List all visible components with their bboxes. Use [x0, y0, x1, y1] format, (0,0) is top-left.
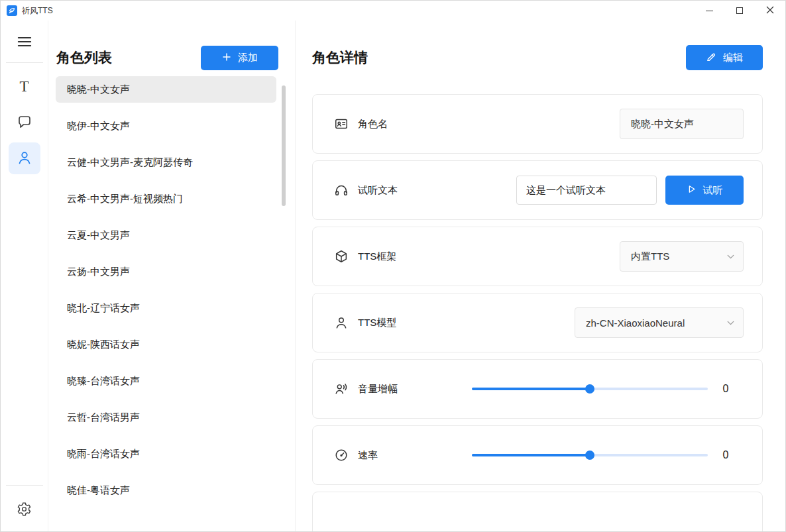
list-item[interactable]: 晓北-辽宁话女声	[56, 295, 276, 321]
add-role-button-label: 添加	[238, 52, 258, 64]
tts-model-label: TTS模型	[358, 317, 396, 329]
app-window: 祈风TTS T	[0, 0, 786, 532]
list-item[interactable]: 晓臻-台湾话女声	[56, 368, 276, 394]
list-item[interactable]: 晓晓-中文女声	[56, 76, 276, 103]
chevron-down-icon	[725, 251, 736, 262]
volume-slider[interactable]	[472, 384, 708, 394]
minimize-button[interactable]	[694, 1, 724, 21]
pencil-icon	[706, 52, 716, 64]
listen-button-label: 试听	[703, 184, 723, 197]
rate-label: 速率	[358, 449, 378, 462]
icon-sidebar: T	[1, 21, 48, 531]
role-detail-title: 角色详情	[312, 48, 368, 67]
tts-framework-select[interactable]: 内置TTS	[620, 241, 744, 272]
sidebar-divider-bottom	[6, 485, 43, 486]
role-list-scrollbar[interactable]	[282, 85, 286, 206]
preview-text-card: 试听文本 试听	[312, 160, 763, 220]
list-item[interactable]: 云希-中文男声-短视频热门	[56, 186, 276, 212]
slider-thumb[interactable]	[585, 384, 594, 394]
preview-text-label: 试听文本	[358, 184, 398, 197]
hamburger-menu-icon	[16, 33, 33, 52]
text-tool-icon: T	[19, 78, 28, 95]
list-item[interactable]: 晓佳-粤语女声	[56, 477, 276, 504]
app-logo-icon	[7, 5, 17, 16]
detail-cards: 角色名 晓晓-中文女声 试听文本 试听	[312, 94, 763, 531]
rate-slider[interactable]	[472, 450, 708, 460]
edit-button[interactable]: 编辑	[686, 45, 763, 70]
volume-value: 0	[708, 383, 744, 395]
edit-button-label: 编辑	[723, 52, 743, 64]
close-icon	[766, 6, 774, 16]
role-name-label: 角色名	[358, 118, 388, 131]
role-list-title: 角色列表	[56, 48, 112, 67]
maximize-icon	[736, 7, 743, 14]
role-name-value: 晓晓-中文女声	[620, 109, 744, 139]
tts-framework-card: TTS框架 内置TTS	[312, 227, 763, 286]
chevron-down-icon	[725, 317, 736, 329]
tts-framework-value: 内置TTS	[631, 250, 669, 263]
next-card-partial	[312, 492, 763, 531]
headphones-icon	[334, 183, 349, 197]
tts-framework-label: TTS框架	[358, 250, 396, 263]
roles-person-icon	[17, 150, 32, 168]
person-icon	[334, 315, 349, 330]
id-card-icon	[334, 117, 349, 131]
list-item[interactable]: 晓伊-中文女声	[56, 113, 276, 139]
titlebar: 祈风TTS	[1, 1, 785, 21]
plus-icon	[221, 52, 232, 64]
tts-model-value: zh-CN-XiaoxiaoNeural	[586, 317, 685, 329]
play-icon	[687, 184, 697, 196]
role-list-panel: 角色列表 添加 晓晓-中文女声晓伊-中文女声云健-中文男声-麦克阿瑟传奇云希-中…	[48, 21, 296, 531]
window-controls	[694, 1, 785, 21]
rate-value: 0	[708, 449, 744, 461]
minimize-icon	[706, 11, 713, 11]
rate-card: 速率 0	[312, 425, 763, 485]
sidebar-item-chat[interactable]	[9, 107, 40, 138]
volume-gain-label: 音量增幅	[358, 383, 398, 396]
slider-thumb[interactable]	[585, 451, 594, 460]
role-name-card: 角色名 晓晓-中文女声	[312, 94, 763, 154]
sidebar-divider-top	[6, 62, 43, 63]
list-item[interactable]: 晓雨-台湾话女声	[56, 441, 276, 467]
sidebar-item-text[interactable]: T	[9, 71, 40, 103]
listen-button[interactable]: 试听	[665, 176, 744, 205]
role-list: 晓晓-中文女声晓伊-中文女声云健-中文男声-麦克阿瑟传奇云希-中文男声-短视频热…	[56, 76, 295, 531]
settings-gear-icon	[17, 502, 32, 519]
sidebar-item-settings[interactable]	[10, 496, 39, 525]
preview-text-input[interactable]	[516, 176, 657, 205]
speaking-person-icon	[334, 382, 349, 396]
list-item[interactable]: 云哲-台湾话男声	[56, 404, 276, 431]
sidebar-item-roles[interactable]	[9, 142, 40, 174]
tts-model-card: TTS模型 zh-CN-XiaoxiaoNeural	[312, 293, 763, 352]
tts-model-select[interactable]: zh-CN-XiaoxiaoNeural	[575, 307, 744, 338]
slider-fill	[472, 454, 590, 456]
maximize-button[interactable]	[724, 1, 755, 21]
volume-gain-card: 音量增幅 0	[312, 359, 763, 419]
hamburger-menu-button[interactable]	[10, 28, 39, 56]
list-item[interactable]: 晓妮-陕西话女声	[56, 331, 276, 358]
role-list-header: 角色列表 添加	[56, 44, 278, 71]
role-detail-header: 角色详情 编辑	[312, 44, 763, 71]
chat-bubble-icon	[17, 114, 32, 132]
speedometer-icon	[334, 448, 349, 462]
slider-fill	[472, 388, 590, 390]
list-item[interactable]: 云扬-中文男声	[56, 258, 276, 285]
list-item[interactable]: 云健-中文男声-麦克阿瑟传奇	[56, 149, 276, 176]
app-title: 祈风TTS	[22, 5, 53, 17]
close-button[interactable]	[755, 1, 785, 21]
add-role-button[interactable]: 添加	[201, 46, 278, 70]
list-item[interactable]: 云夏-中文男声	[56, 222, 276, 248]
package-icon	[334, 249, 349, 264]
role-detail-panel: 角色详情 编辑 角色名 晓晓-中文女声 试听文	[296, 21, 785, 531]
